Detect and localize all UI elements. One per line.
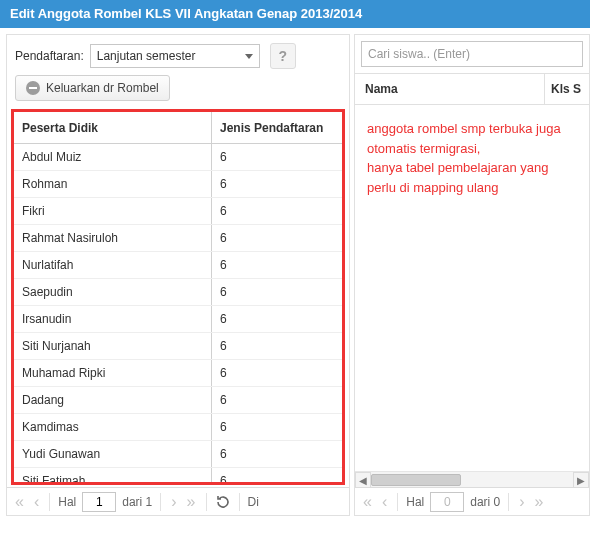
table-row[interactable]: Nurlatifah6 bbox=[14, 252, 342, 279]
cell-jenis: 6 bbox=[212, 387, 342, 413]
separator bbox=[239, 493, 240, 511]
keluarkan-label: Keluarkan dr Rombel bbox=[46, 81, 159, 95]
last-page-icon[interactable]: » bbox=[185, 494, 198, 510]
table-row[interactable]: Siti Fatimah6 bbox=[14, 468, 342, 482]
keluarkan-button[interactable]: Keluarkan dr Rombel bbox=[15, 75, 170, 101]
cell-jenis: 6 bbox=[212, 306, 342, 332]
table-row[interactable]: Kamdimas6 bbox=[14, 414, 342, 441]
left-toolbar2: Keluarkan dr Rombel bbox=[7, 75, 349, 109]
table-row[interactable]: Abdul Muiz6 bbox=[14, 144, 342, 171]
pendaftaran-label: Pendaftaran: bbox=[15, 49, 84, 63]
separator bbox=[49, 493, 50, 511]
annotation-text: anggota rombel smp terbuka juga otomatis… bbox=[355, 105, 589, 471]
cell-nama: Kamdimas bbox=[14, 414, 212, 440]
cell-nama: Siti Fatimah bbox=[14, 468, 212, 482]
col-peserta-didik[interactable]: Peserta Didik bbox=[14, 112, 212, 143]
cell-jenis: 6 bbox=[212, 144, 342, 170]
right-panel: Cari siswa.. (Enter) Nama Kls S anggota … bbox=[354, 34, 590, 516]
left-pager: « ‹ Hal dari 1 › » Di bbox=[7, 487, 349, 515]
table-row[interactable]: Irsanudin6 bbox=[14, 306, 342, 333]
pendaftaran-combo[interactable]: Lanjutan semester bbox=[90, 44, 260, 68]
search-input[interactable]: Cari siswa.. (Enter) bbox=[361, 41, 583, 67]
grid-header: Peserta Didik Jenis Pendaftaran bbox=[14, 112, 342, 144]
prev-page-icon[interactable]: ‹ bbox=[380, 494, 389, 510]
cell-jenis: 6 bbox=[212, 333, 342, 359]
cell-nama: Dadang bbox=[14, 387, 212, 413]
col-kls[interactable]: Kls S bbox=[545, 74, 589, 104]
next-page-icon[interactable]: › bbox=[169, 494, 178, 510]
cell-nama: Fikri bbox=[14, 198, 212, 224]
cell-jenis: 6 bbox=[212, 414, 342, 440]
separator bbox=[508, 493, 509, 511]
grid-body[interactable]: Abdul Muiz6Rohman6Fikri6Rahmat Nasiruloh… bbox=[14, 144, 342, 482]
left-panel: Pendaftaran: Lanjutan semester ? Keluark… bbox=[6, 34, 350, 516]
table-row[interactable]: Rahmat Nasiruloh6 bbox=[14, 225, 342, 252]
chevron-down-icon bbox=[245, 54, 253, 59]
table-row[interactable]: Fikri6 bbox=[14, 198, 342, 225]
next-page-icon[interactable]: › bbox=[517, 494, 526, 510]
cell-jenis: 6 bbox=[212, 252, 342, 278]
workarea: Pendaftaran: Lanjutan semester ? Keluark… bbox=[0, 28, 590, 516]
help-button[interactable]: ? bbox=[270, 43, 296, 69]
cell-jenis: 6 bbox=[212, 279, 342, 305]
question-icon: ? bbox=[278, 48, 287, 64]
col-nama[interactable]: Nama bbox=[355, 74, 545, 104]
cell-jenis: 6 bbox=[212, 225, 342, 251]
cell-jenis: 6 bbox=[212, 360, 342, 386]
cell-nama: Irsanudin bbox=[14, 306, 212, 332]
scroll-left-icon[interactable]: ◀ bbox=[355, 472, 371, 488]
student-grid: Peserta Didik Jenis Pendaftaran Abdul Mu… bbox=[11, 109, 345, 485]
cell-nama: Rahmat Nasiruloh bbox=[14, 225, 212, 251]
left-toolbar: Pendaftaran: Lanjutan semester ? bbox=[7, 35, 349, 75]
first-page-icon[interactable]: « bbox=[13, 494, 26, 510]
table-row[interactable]: Muhamad Ripki6 bbox=[14, 360, 342, 387]
cell-jenis: 6 bbox=[212, 171, 342, 197]
search-placeholder: Cari siswa.. (Enter) bbox=[368, 47, 470, 61]
cell-nama: Muhamad Ripki bbox=[14, 360, 212, 386]
last-page-icon[interactable]: » bbox=[533, 494, 546, 510]
cell-nama: Siti Nurjanah bbox=[14, 333, 212, 359]
col-jenis-pendaftaran[interactable]: Jenis Pendaftaran bbox=[212, 112, 342, 143]
first-page-icon[interactable]: « bbox=[361, 494, 374, 510]
pendaftaran-value: Lanjutan semester bbox=[97, 49, 196, 63]
cell-jenis: 6 bbox=[212, 198, 342, 224]
separator bbox=[397, 493, 398, 511]
cell-nama: Rohman bbox=[14, 171, 212, 197]
dari-label: dari 1 bbox=[122, 495, 152, 509]
pager-overflow-text: Di bbox=[248, 495, 259, 509]
table-row[interactable]: Dadang6 bbox=[14, 387, 342, 414]
scroll-thumb[interactable] bbox=[371, 474, 461, 486]
window-title: Edit Anggota Rombel KLS VII Angkatan Gen… bbox=[0, 0, 590, 28]
table-row[interactable]: Rohman6 bbox=[14, 171, 342, 198]
cell-nama: Abdul Muiz bbox=[14, 144, 212, 170]
scroll-right-icon[interactable]: ▶ bbox=[573, 472, 589, 488]
separator bbox=[160, 493, 161, 511]
right-pager: « ‹ Hal dari 0 › » bbox=[355, 487, 589, 515]
cell-jenis: 6 bbox=[212, 468, 342, 482]
separator bbox=[206, 493, 207, 511]
table-row[interactable]: Saepudin6 bbox=[14, 279, 342, 306]
hal-label: Hal bbox=[406, 495, 424, 509]
page-input[interactable] bbox=[82, 492, 116, 512]
table-row[interactable]: Yudi Gunawan6 bbox=[14, 441, 342, 468]
cell-nama: Saepudin bbox=[14, 279, 212, 305]
page-input[interactable] bbox=[430, 492, 464, 512]
hal-label: Hal bbox=[58, 495, 76, 509]
table-row[interactable]: Siti Nurjanah6 bbox=[14, 333, 342, 360]
minus-circle-icon bbox=[26, 81, 40, 95]
right-grid-header: Nama Kls S bbox=[355, 73, 589, 105]
prev-page-icon[interactable]: ‹ bbox=[32, 494, 41, 510]
cell-nama: Nurlatifah bbox=[14, 252, 212, 278]
cell-jenis: 6 bbox=[212, 441, 342, 467]
scroll-track[interactable] bbox=[371, 472, 573, 488]
cell-nama: Yudi Gunawan bbox=[14, 441, 212, 467]
horizontal-scrollbar[interactable]: ◀ ▶ bbox=[355, 471, 589, 487]
dari-label: dari 0 bbox=[470, 495, 500, 509]
refresh-icon[interactable] bbox=[215, 494, 231, 510]
